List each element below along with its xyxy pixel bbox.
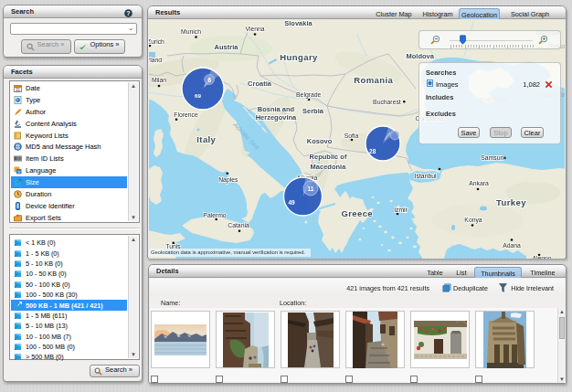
svg-text:Serbia: Serbia [302, 107, 324, 115]
svg-text:?: ? [126, 10, 130, 16]
svg-text:Bosnia and: Bosnia and [258, 105, 295, 113]
svg-text:Macedonia: Macedonia [311, 163, 347, 171]
svg-text:6: 6 [208, 77, 212, 83]
svg-text:Moldova: Moldova [406, 52, 434, 60]
svg-text:Kosovo: Kosovo [307, 137, 333, 145]
svg-text:Aleppo: Aleppo [532, 255, 551, 259]
svg-text:Milan: Milan [152, 77, 166, 83]
svg-text:Slovakia: Slovakia [284, 19, 312, 27]
svg-text:Florence: Florence [174, 111, 198, 118]
svg-text:Hungary: Hungary [280, 52, 318, 62]
svg-text:Naples: Naples [218, 176, 238, 184]
svg-text:Ankara: Ankara [469, 180, 489, 186]
svg-text:Konya: Konya [464, 217, 482, 224]
svg-text:Republic of: Republic of [310, 153, 347, 161]
svg-text:Sofia: Sofia [344, 132, 359, 139]
svg-text:Italy: Italy [196, 134, 216, 144]
svg-text:Croatia: Croatia [248, 79, 272, 88]
svg-text:文: 文 [16, 170, 21, 175]
svg-text:Palermo: Palermo [203, 212, 227, 218]
svg-text:31: 31 [16, 88, 21, 92]
svg-text:Istanbul: Istanbul [415, 173, 437, 179]
svg-text:Herzegovina: Herzegovina [256, 113, 297, 122]
svg-text:Catania: Catania [228, 222, 249, 228]
svg-text:Izmir: Izmir [394, 207, 408, 213]
svg-text:11: 11 [308, 185, 314, 192]
svg-text:Switzerland: Switzerland [149, 57, 162, 63]
svg-text:Zurich: Zurich [149, 38, 164, 45]
svg-text:Adana: Adana [503, 242, 521, 249]
svg-text:Samsun: Samsun [481, 154, 503, 161]
svg-text:Vienna: Vienna [245, 26, 264, 32]
svg-text:Belgrade: Belgrade [296, 91, 321, 99]
svg-text:Turkey: Turkey [496, 197, 526, 207]
svg-text:69: 69 [195, 92, 201, 99]
svg-text:Austria: Austria [215, 43, 239, 51]
svg-text:28: 28 [369, 148, 376, 154]
svg-text:Romania: Romania [354, 75, 393, 85]
svg-text:Munich: Munich [181, 28, 201, 35]
svg-text:Bucharest: Bucharest [373, 99, 401, 105]
svg-text:49: 49 [288, 199, 295, 206]
svg-text:Greece: Greece [341, 208, 373, 218]
